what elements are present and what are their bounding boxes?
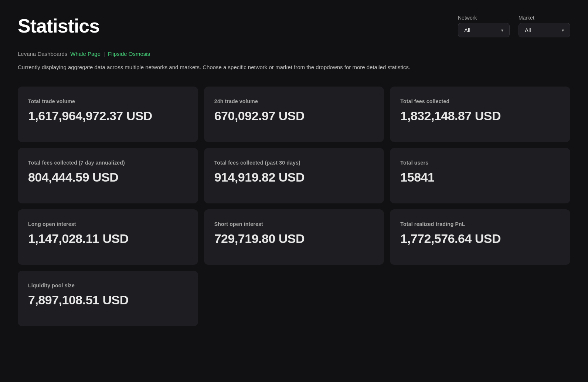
network-value: All: [464, 27, 470, 33]
stat-value-total-realized-pnl: 1,772,576.64 USD: [400, 231, 560, 246]
stat-value-short-open-interest: 729,719.80 USD: [214, 231, 374, 246]
stats-grid: Total trade volume1,617,964,972.37 USD24…: [18, 87, 570, 326]
stat-card-total-fees-collected: Total fees collected1,832,148.87 USD: [390, 87, 570, 142]
breadcrumb-prefix: Levana Dashboards: [18, 51, 67, 57]
breadcrumb-separator: |: [103, 51, 105, 57]
stat-value-total-fees-30days: 914,919.82 USD: [214, 170, 374, 185]
breadcrumb-flipside-link[interactable]: Flipside Osmosis: [108, 51, 150, 57]
stat-value-24h-trade-volume: 670,092.97 USD: [214, 109, 374, 123]
stat-label-total-trade-volume: Total trade volume: [28, 98, 188, 104]
market-chevron-icon: ▾: [562, 28, 564, 33]
market-label: Market: [519, 15, 570, 21]
stat-card-short-open-interest: Short open interest729,719.80 USD: [204, 209, 384, 265]
header-controls: Network All ▾ Market All ▾: [458, 15, 570, 37]
breadcrumb-whale-page-link[interactable]: Whale Page: [70, 51, 101, 57]
stat-card-liquidity-pool-size: Liquidity pool size7,897,108.51 USD: [18, 271, 198, 326]
stat-card-long-open-interest: Long open interest1,147,028.11 USD: [18, 209, 198, 265]
stat-card-total-fees-7day: Total fees collected (7 day annualized)8…: [18, 148, 198, 203]
page-header: Statistics Network All ▾ Market All ▾: [18, 15, 570, 37]
stat-label-total-realized-pnl: Total realized trading PnL: [400, 221, 560, 227]
stat-label-long-open-interest: Long open interest: [28, 221, 188, 227]
stat-value-long-open-interest: 1,147,028.11 USD: [28, 231, 188, 246]
stat-value-total-trade-volume: 1,617,964,972.37 USD: [28, 109, 188, 123]
stat-label-liquidity-pool-size: Liquidity pool size: [28, 283, 188, 288]
stat-value-total-users: 15841: [400, 170, 560, 185]
page-title: Statistics: [18, 15, 99, 37]
stat-card-total-trade-volume: Total trade volume1,617,964,972.37 USD: [18, 87, 198, 142]
stat-label-total-fees-30days: Total fees collected (past 30 days): [214, 160, 374, 166]
stat-label-total-fees-7day: Total fees collected (7 day annualized): [28, 160, 188, 166]
stat-card-24h-trade-volume: 24h trade volume670,092.97 USD: [204, 87, 384, 142]
stat-card-total-fees-30days: Total fees collected (past 30 days)914,9…: [204, 148, 384, 203]
market-control: Market All ▾: [519, 15, 570, 37]
stat-card-total-users: Total users15841: [390, 148, 570, 203]
stat-value-total-fees-7day: 804,444.59 USD: [28, 170, 188, 185]
page-description: Currently displaying aggregate data acro…: [18, 63, 461, 72]
stat-card-total-realized-pnl: Total realized trading PnL1,772,576.64 U…: [390, 209, 570, 265]
stat-label-total-fees-collected: Total fees collected: [400, 98, 560, 104]
network-dropdown[interactable]: All ▾: [458, 23, 510, 37]
network-chevron-icon: ▾: [501, 28, 503, 33]
market-dropdown[interactable]: All ▾: [519, 23, 570, 37]
stat-label-24h-trade-volume: 24h trade volume: [214, 98, 374, 104]
network-control: Network All ▾: [458, 15, 510, 37]
breadcrumb: Levana Dashboards Whale Page | Flipside …: [18, 51, 570, 57]
stat-label-short-open-interest: Short open interest: [214, 221, 374, 227]
network-label: Network: [458, 15, 510, 21]
stat-value-total-fees-collected: 1,832,148.87 USD: [400, 109, 560, 123]
stat-label-total-users: Total users: [400, 160, 560, 166]
market-value: All: [525, 27, 531, 33]
stat-value-liquidity-pool-size: 7,897,108.51 USD: [28, 293, 188, 307]
